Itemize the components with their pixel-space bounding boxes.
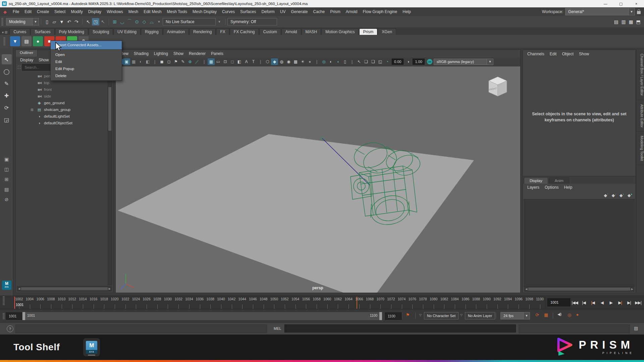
grip-handle[interactable] (3, 37, 5, 46)
timeline-frame[interactable]: 1004 (24, 297, 35, 309)
maya-dock-icon[interactable]: M AYA (83, 338, 100, 356)
viewport-icon[interactable]: ⚑ (172, 58, 179, 65)
shelf-tab[interactable]: Rendering (189, 28, 216, 35)
play-backwards[interactable]: ◀ (597, 298, 606, 307)
timeline-frame[interactable]: 1028 (152, 297, 163, 309)
timeline-frame[interactable]: 1074 (396, 297, 407, 309)
viewport-icon[interactable]: ◧ (144, 58, 151, 65)
current-frame-field[interactable]: 1001 (547, 298, 570, 306)
timeline-frame[interactable]: 1012 (67, 297, 77, 309)
script-editor-icon[interactable]: ▤ (634, 326, 638, 331)
timeline-playhead[interactable] (14, 297, 15, 309)
timeline-frame[interactable]: 1056 (301, 297, 312, 309)
outliner-item[interactable]: defaultObjectSet (16, 120, 113, 126)
close-button[interactable]: × (629, 0, 644, 7)
range-slider-track[interactable]: 1001 1100 (22, 312, 382, 320)
outliner-item[interactable]: side (16, 93, 113, 100)
viewport-menu-item[interactable]: Show (171, 51, 186, 56)
shelf-tab[interactable]: MASH (302, 28, 321, 35)
timeline-frame[interactable]: 1038 (205, 297, 216, 309)
timeline-frame[interactable]: 1080 (428, 297, 439, 309)
layer-list-empty[interactable] (524, 199, 635, 287)
timeline-frame[interactable]: 1072 (386, 297, 396, 309)
timeline-frame[interactable]: 1024 (131, 297, 142, 309)
viewport-icon[interactable]: ❏ (363, 58, 370, 65)
tool-button[interactable]: ↖ (2, 54, 12, 64)
viewport-icon[interactable]: ⊕ (186, 58, 194, 65)
viewport-menu-item[interactable]: Renderer (186, 51, 208, 56)
anim-layer-field[interactable]: No Anim Layer (465, 312, 495, 319)
menu-item[interactable]: Generate (288, 9, 310, 14)
viewport-icon[interactable]: ❏ (370, 58, 377, 65)
timeline-track[interactable]: 1002100410061008101010121014101610181020… (13, 297, 545, 309)
timeline-frame[interactable]: 1018 (99, 297, 110, 309)
timeline-frame[interactable]: 1008 (46, 297, 56, 309)
menu-item[interactable]: Modify (68, 9, 85, 14)
snap-icon[interactable]: ◇ (141, 18, 148, 25)
help-icon[interactable]: ? (7, 325, 13, 332)
outliner-vscrollbar[interactable] (108, 75, 112, 285)
viewport-icon[interactable]: ／ (194, 58, 201, 65)
shelf-tab[interactable]: Prism (359, 28, 378, 35)
file-op-icon[interactable]: ▯ (43, 18, 51, 25)
viewport-icon[interactable]: ▯ (341, 58, 348, 65)
timeline-frame[interactable]: 1046 (248, 297, 258, 309)
file-op-icon[interactable]: ↷ (73, 18, 80, 25)
step-back-frame[interactable]: |◀ (579, 298, 588, 307)
shelf-tool-icon[interactable]: ▤ (21, 36, 32, 46)
timeline-frame[interactable]: 1076 (407, 297, 418, 309)
viewport-icon[interactable]: ◐ (137, 58, 144, 65)
timeline-frame[interactable]: 1020 (109, 297, 120, 309)
zoom-tool-icon[interactable]: ⊘ (2, 195, 12, 204)
timeline-frame[interactable]: 1066 (354, 297, 365, 309)
shelf-tab[interactable]: Arnold (281, 28, 301, 35)
menu-item[interactable]: Deform (259, 9, 277, 14)
shelf-tab[interactable]: FX (216, 28, 229, 35)
grip-handle[interactable] (3, 296, 5, 305)
viewport-icon[interactable]: | (201, 58, 208, 65)
tool-button[interactable]: ⟳ (2, 103, 12, 113)
shelf-menu-icon[interactable]: ▾ ⊞ (0, 31, 9, 35)
shelf-tab[interactable]: Poly Modeling (55, 28, 88, 35)
layer-editor-tab[interactable]: Anim (549, 177, 569, 184)
viewport-icon[interactable]: ▦ (208, 58, 215, 65)
menu-item[interactable]: Cache (310, 9, 327, 14)
chevron-down-icon[interactable]: ▽ (419, 313, 422, 317)
menu-item[interactable]: Curves (219, 9, 237, 14)
outliner-hscrollbar[interactable]: ◀▶ (17, 286, 112, 291)
shelf-tab[interactable]: XGen (378, 28, 396, 35)
anim-end-field[interactable]: 1100 (385, 312, 402, 320)
file-op-icon[interactable]: ▼ (58, 18, 65, 25)
viewport-icon[interactable]: | (313, 58, 320, 65)
layout-button[interactable]: ▣ (2, 155, 12, 164)
side-tab[interactable]: Attribute Editor (636, 100, 644, 132)
workspace-select[interactable]: General* ▼ (565, 8, 635, 15)
shelf-tab[interactable]: FX Caching (230, 28, 259, 35)
viewport-menu-item[interactable]: Shading (131, 51, 151, 56)
file-op-icon[interactable]: ↶ (65, 18, 73, 25)
tool-button[interactable]: ◲ (2, 115, 12, 125)
viewport-icon[interactable]: ◐ (327, 58, 334, 65)
viewport-icon[interactable]: ✎ (179, 58, 186, 65)
menu-item[interactable]: Create (34, 9, 52, 14)
filter-icon[interactable]: ⛶ (18, 65, 20, 70)
timeline-frame[interactable]: 1086 (460, 297, 471, 309)
view-cube[interactable]: FRONT (486, 75, 509, 99)
menu-item[interactable]: Help (400, 9, 414, 14)
gamma-field[interactable]: 1.00 (413, 59, 424, 65)
timeline-frame[interactable]: 1078 (418, 297, 428, 309)
gamma-icon[interactable]: ◑ (405, 58, 412, 65)
timeline-frame[interactable]: 1014 (77, 297, 88, 309)
viewport-icon[interactable]: | (348, 58, 356, 65)
minimize-button[interactable]: — (598, 0, 613, 7)
menu-item[interactable]: Surfaces (237, 9, 259, 14)
shelf-tab[interactable]: Sculpting (89, 28, 113, 35)
timeline-frame[interactable]: 1036 (195, 297, 205, 309)
shelf-tab[interactable]: UV Editing (113, 28, 141, 35)
display-toggle-icon[interactable]: ⬒ (635, 18, 642, 25)
go-to-start[interactable]: |◀◀ (570, 298, 579, 307)
outliner-item[interactable]: defaultLightSet (16, 113, 113, 120)
mel-label[interactable]: MEL (274, 326, 281, 330)
layer-menu-item[interactable]: Help (561, 185, 575, 190)
tool-button[interactable]: ✎ (2, 78, 12, 88)
